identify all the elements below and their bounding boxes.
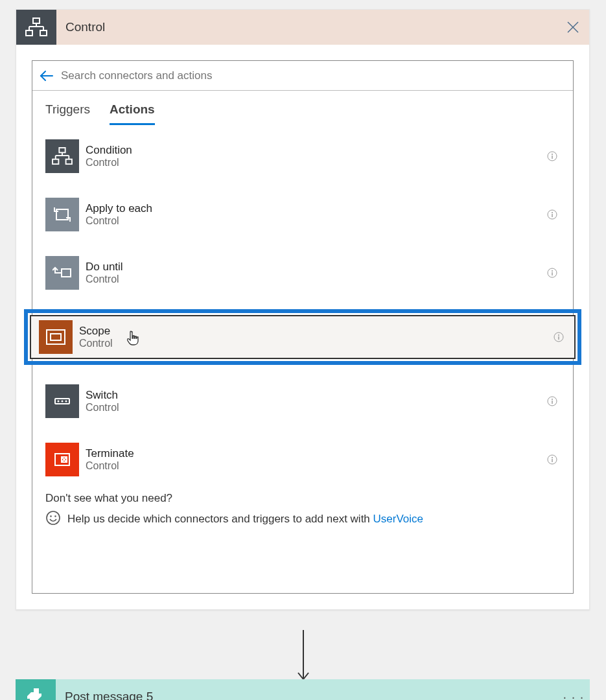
action-title: Scope [79,325,551,338]
footer-text: Help us decide which connectors and trig… [67,513,423,526]
svg-point-35 [62,401,64,402]
action-list: Condition Control Apply to each Control [32,125,573,482]
action-title: Switch [86,389,544,402]
next-step-card[interactable]: Post message 5 · · · [16,679,590,700]
svg-point-34 [58,401,60,402]
tabs: Triggers Actions [32,91,573,125]
info-icon[interactable] [544,265,560,281]
svg-point-48 [51,516,51,517]
action-title: Do until [86,261,544,274]
action-item-do-until[interactable]: Do until Control [32,251,573,295]
action-picker-card: Control [16,9,590,610]
smile-icon [45,510,61,528]
info-icon[interactable] [544,452,560,467]
condition-icon [45,139,79,173]
action-text: Switch Control [79,389,544,414]
footer-question: Don't see what you need? [45,492,560,505]
search-bar [32,61,573,91]
svg-point-45 [552,457,553,458]
info-icon[interactable] [551,329,566,345]
action-title: Terminate [86,447,544,460]
uservoice-link[interactable]: UserVoice [373,513,423,525]
svg-rect-5 [26,30,32,36]
action-text: Condition Control [79,144,544,169]
action-text: Do until Control [79,261,544,285]
info-icon[interactable] [544,393,560,409]
tab-actions[interactable]: Actions [110,102,155,125]
tab-triggers[interactable]: Triggers [45,102,90,125]
connector-icon [16,679,56,700]
action-item-switch[interactable]: Switch Control [32,379,573,423]
foreach-icon [45,198,79,231]
action-text: Scope Control [73,325,551,349]
highlighted-scope-row: Scope Control [24,309,581,365]
info-icon[interactable] [544,207,560,222]
svg-point-38 [552,399,553,400]
back-button[interactable] [32,70,61,82]
svg-rect-29 [51,334,61,340]
svg-rect-39 [552,401,552,404]
svg-rect-32 [558,336,559,340]
svg-point-18 [552,154,553,155]
action-title: Apply to each [86,202,544,215]
info-icon[interactable] [544,148,560,164]
footer-help-text: Help us decide which connectors and trig… [67,513,373,525]
action-text: Apply to each Control [79,202,544,227]
action-item-scope[interactable]: Scope Control [30,315,576,359]
svg-rect-10 [59,148,65,152]
svg-point-36 [65,401,67,402]
svg-point-22 [552,212,553,213]
close-button[interactable] [557,10,589,45]
do-until-icon [45,256,79,290]
flow-connector-arrow [296,630,311,684]
svg-rect-19 [552,156,552,159]
svg-rect-16 [66,159,72,164]
action-title: Condition [86,144,544,157]
step-more-button[interactable]: · · · [557,690,590,701]
svg-rect-46 [552,459,552,462]
action-subtitle: Control [86,402,544,414]
action-subtitle: Control [86,274,544,285]
footer-hint: Don't see what you need? Help us decide … [32,489,573,593]
svg-rect-15 [52,159,58,164]
svg-rect-23 [552,214,552,217]
action-item-condition[interactable]: Condition Control [32,134,573,178]
close-icon [567,21,579,33]
action-item-apply-to-each[interactable]: Apply to each Control [32,192,573,237]
action-subtitle: Control [86,460,544,472]
switch-icon [45,384,79,418]
svg-rect-24 [62,269,71,277]
svg-rect-6 [40,30,47,36]
svg-point-47 [47,511,60,524]
scope-icon [39,320,73,354]
svg-rect-28 [47,330,65,344]
svg-rect-0 [33,18,40,23]
action-subtitle: Control [86,157,544,169]
search-panel: Triggers Actions Condition Control [32,60,574,594]
svg-rect-27 [552,272,552,275]
svg-point-31 [558,334,559,336]
action-subtitle: Control [86,215,544,227]
svg-point-26 [552,270,553,272]
card-body: Triggers Actions Condition Control [16,45,589,609]
terminate-icon [45,443,79,476]
arrow-left-icon [40,70,54,82]
svg-point-49 [55,516,56,517]
action-item-terminate[interactable]: Terminate Control [32,438,573,482]
card-title: Control [56,20,557,34]
card-header: Control [16,10,589,45]
action-text: Terminate Control [79,447,544,472]
search-input[interactable] [61,62,573,90]
next-step-title: Post message 5 [56,690,557,700]
action-subtitle: Control [79,338,551,349]
footer-row: Help us decide which connectors and trig… [45,510,560,528]
control-connector-icon [16,10,56,45]
